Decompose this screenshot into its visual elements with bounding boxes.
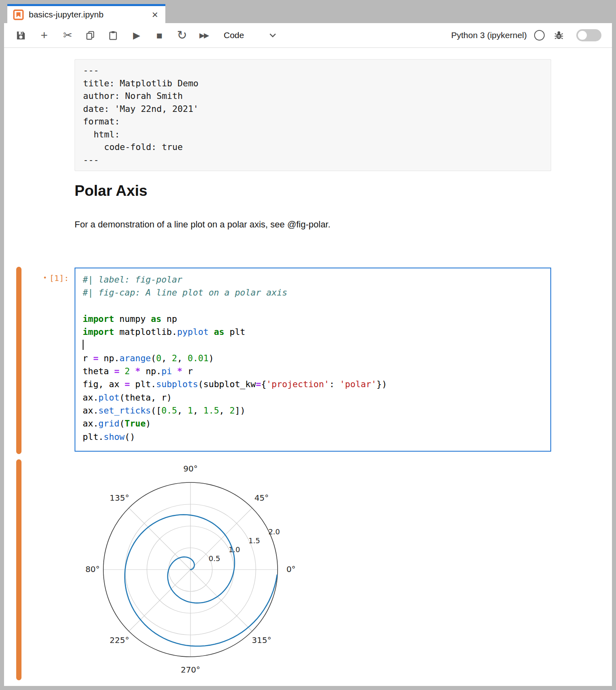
notebook-content: --- title: Matplotlib Demo author: Norah… (4, 48, 612, 686)
raw-cell-frontmatter[interactable]: --- title: Matplotlib Demo author: Norah… (75, 59, 551, 171)
notebook-window: basics-jupyter.ipynb × + ✂ (4, 4, 612, 686)
svg-text:0.5: 0.5 (209, 554, 220, 563)
bug-icon[interactable] (554, 30, 564, 41)
restart-icon: ↻ (177, 29, 187, 41)
kernel-name[interactable]: Python 3 (ipykernel) (451, 30, 527, 40)
raw-cell-text: --- title: Matplotlib Demo author: Norah… (83, 64, 543, 166)
markdown-paragraph: For a demonstration of a line plot on a … (75, 219, 330, 230)
interrupt-kernel-button[interactable]: ■ (153, 29, 165, 41)
run-cell-button[interactable]: ▶ (130, 29, 143, 41)
code-lines: #| label: fig-polar#| fig-cap: A line pl… (83, 273, 543, 444)
svg-text:45°: 45° (255, 493, 269, 503)
svg-text:270°: 270° (181, 665, 200, 675)
tab-bar: basics-jupyter.ipynb × (4, 4, 612, 23)
execution-count: [1]: (49, 273, 69, 283)
code-cell-editor[interactable]: #| label: fig-polar#| fig-cap: A line pl… (75, 268, 551, 452)
svg-text:1.0: 1.0 (229, 545, 240, 554)
svg-text:135°: 135° (110, 493, 129, 503)
notebook-file-icon (13, 9, 24, 20)
cell-collapser-output[interactable] (16, 459, 21, 680)
tab-basics-jupyter[interactable]: basics-jupyter.ipynb × (7, 4, 165, 23)
modified-dot-icon: • (43, 274, 47, 282)
svg-text:90°: 90° (183, 464, 197, 474)
svg-text:180°: 180° (85, 564, 100, 574)
restart-kernel-button[interactable]: ↻ (176, 29, 188, 41)
save-icon (16, 30, 26, 41)
svg-text:225°: 225° (110, 635, 129, 645)
cell-type-select[interactable]: Code (224, 30, 276, 40)
tab-close-icon[interactable]: × (152, 9, 158, 20)
play-icon: ▶ (133, 31, 140, 40)
copy-icon (86, 30, 95, 40)
kernel-status-icon[interactable] (534, 30, 545, 41)
cell-collapser-input[interactable] (16, 267, 21, 454)
stop-icon: ■ (156, 30, 162, 41)
svg-text:315°: 315° (252, 635, 271, 645)
simple-mode-toggle[interactable] (576, 29, 601, 41)
fast-forward-icon: ▶▶ (199, 32, 208, 39)
svg-text:2.0: 2.0 (268, 527, 280, 536)
add-cell-button[interactable]: + (38, 29, 50, 41)
scissors-icon: ✂ (63, 30, 73, 41)
svg-text:1.5: 1.5 (248, 536, 260, 545)
chevron-down-icon (269, 33, 276, 38)
plus-icon: + (41, 29, 48, 41)
markdown-heading: Polar Axis (75, 182, 148, 199)
cell-type-value: Code (224, 30, 244, 40)
execution-prompt: •[1]: (25, 273, 69, 283)
save-button[interactable] (15, 29, 27, 41)
copy-cell-button[interactable] (84, 29, 96, 41)
cell-output: 0°45°90°135°180°225°270°315°0.51.01.52.0 (85, 460, 308, 687)
svg-text:0°: 0° (287, 564, 296, 574)
paste-cell-button[interactable] (107, 29, 119, 41)
tab-title: basics-jupyter.ipynb (29, 10, 152, 19)
polar-plot: 0°45°90°135°180°225°270°315°0.51.01.52.0 (85, 460, 308, 685)
clipboard-icon (108, 30, 118, 40)
notebook-toolbar: + ✂ ▶ ■ ↻ ▶▶ Code (4, 23, 612, 48)
toggle-knob (578, 31, 587, 40)
run-all-cells-button[interactable]: ▶▶ (198, 29, 210, 41)
cut-cell-button[interactable]: ✂ (62, 29, 74, 41)
